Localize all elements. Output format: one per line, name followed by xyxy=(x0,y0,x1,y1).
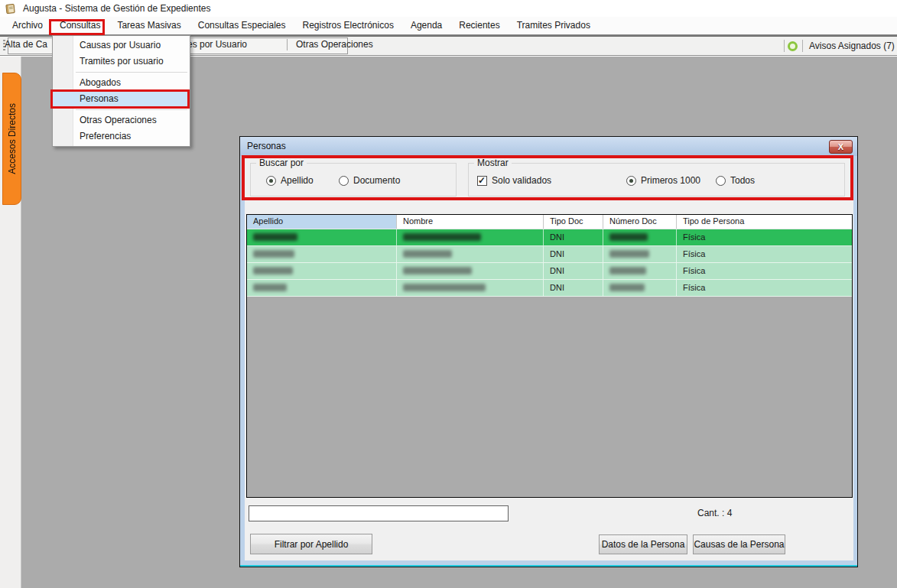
window-titlebar[interactable]: Augusta - Sistema de Gestión de Expedien… xyxy=(0,0,897,17)
datos-de-la-persona-button[interactable]: Datos de la Persona xyxy=(599,534,687,554)
filtrar-por-apellido-button[interactable]: Filtrar por Apellido xyxy=(250,534,372,554)
mostrar-title: Mostrar xyxy=(474,158,512,168)
column-header-numero-doc[interactable]: Número Doc xyxy=(603,215,677,229)
checkbox-icon xyxy=(477,176,487,186)
redacted-apellido xyxy=(253,250,294,258)
filter-apellido-input[interactable] xyxy=(249,505,509,521)
menu-item-preferencias[interactable]: Preferencias xyxy=(53,128,190,145)
menu-item-otras-operaciones[interactable]: Otras Operaciones xyxy=(53,112,190,128)
toolbar-separator xyxy=(784,40,785,52)
redacted-nombre xyxy=(403,233,481,241)
redacted-numero-doc xyxy=(609,267,646,275)
table-row[interactable]: DNI Física xyxy=(247,246,852,263)
radio-documento-label: Documento xyxy=(353,175,400,186)
cell-tipo-doc: DNI xyxy=(544,246,603,262)
toolbar-separator xyxy=(802,40,803,52)
redacted-nombre xyxy=(403,267,472,275)
menu-consultas-especiales[interactable]: Consultas Especiales xyxy=(190,18,294,34)
menu-tareas-masivas[interactable]: Tareas Masivas xyxy=(109,18,189,34)
radio-documento[interactable]: Documento xyxy=(339,175,400,186)
radio-primeros-1000-label: Primeros 1000 xyxy=(641,175,700,186)
menu-consultas[interactable]: Consultas xyxy=(51,18,109,34)
radio-todos[interactable]: Todos xyxy=(716,175,755,186)
cell-tipo-doc: DNI xyxy=(544,280,603,296)
toolbar-button-otras-operaciones[interactable]: Otras Operaciones xyxy=(296,38,373,51)
toolbar-button-alta-de-causas[interactable]: Alta de Ca xyxy=(5,38,47,51)
redacted-apellido xyxy=(253,267,293,275)
redacted-numero-doc xyxy=(609,233,648,241)
cell-tipo-persona: Física xyxy=(677,280,852,296)
cell-tipo-doc: DNI xyxy=(544,229,603,245)
cell-tipo-doc: DNI xyxy=(544,263,603,279)
redacted-apellido xyxy=(253,284,287,291)
toolbar-separator xyxy=(287,39,288,50)
radio-button-icon xyxy=(716,176,726,186)
checkbox-solo-validados-label: Solo validados xyxy=(492,175,551,186)
buscar-por-groupbox: Buscar por Apellido Documento xyxy=(250,163,457,197)
menu-separator xyxy=(76,72,187,73)
menu-registros-electronicos[interactable]: Registros Electrónicos xyxy=(294,18,402,34)
checkbox-solo-validados[interactable]: Solo validados xyxy=(477,175,551,186)
personas-table: Apellido Nombre Tipo Doc Número Doc Tipo… xyxy=(246,214,853,498)
redacted-nombre xyxy=(403,284,486,291)
consultas-dropdown-menu: Causas por Usuario Tramites por usuario … xyxy=(52,35,190,147)
menu-archivo[interactable]: Archivo xyxy=(4,18,51,34)
radio-button-icon xyxy=(339,176,349,186)
column-header-tipo-doc[interactable]: Tipo Doc xyxy=(544,215,603,229)
menu-bar: Archivo Consultas Tareas Masivas Consult… xyxy=(0,17,897,34)
radio-primeros-1000[interactable]: Primeros 1000 xyxy=(626,175,700,186)
dialog-titlebar[interactable]: Personas X xyxy=(240,137,857,156)
count-label: Cant. : 4 xyxy=(697,508,732,518)
close-icon[interactable]: X xyxy=(829,140,853,154)
mostrar-groupbox: Mostrar Solo validados Primeros 1000 Tod… xyxy=(468,163,845,197)
accesos-directos-tab[interactable]: Accesos Directos xyxy=(2,73,21,205)
radio-todos-label: Todos xyxy=(730,175,755,186)
column-header-tipo-de-persona[interactable]: Tipo de Persona xyxy=(677,215,852,229)
redacted-nombre xyxy=(403,250,452,258)
dialog-title: Personas xyxy=(247,137,286,156)
table-row[interactable]: DNI Física xyxy=(247,280,852,297)
menu-item-personas[interactable]: Personas xyxy=(53,91,190,107)
buscar-por-title: Buscar por xyxy=(256,158,307,168)
avisos-asignados-label[interactable]: Avisos Asignados (7) xyxy=(809,40,895,53)
dialog-content: Buscar por Apellido Documento Mostrar So… xyxy=(245,156,853,560)
radio-apellido-label: Apellido xyxy=(281,175,314,186)
menu-tramites-privados[interactable]: Tramites Privados xyxy=(509,18,599,34)
menu-item-tramites-por-usuario[interactable]: Tramites por usuario xyxy=(53,54,190,70)
causas-de-la-persona-button[interactable]: Causas de la Persona xyxy=(693,534,785,554)
personas-dialog: Personas X Buscar por Apellido Documento… xyxy=(239,136,858,567)
window-title: Augusta - Sistema de Gestión de Expedien… xyxy=(23,3,210,14)
radio-button-icon xyxy=(266,176,276,186)
table-row[interactable]: DNI Física xyxy=(247,229,852,246)
cell-tipo-persona: Física xyxy=(677,263,852,279)
table-row[interactable]: DNI Física xyxy=(247,263,852,280)
accesos-directos-label: Accesos Directos xyxy=(7,103,18,174)
menu-agenda[interactable]: Agenda xyxy=(402,18,450,34)
status-circle-icon[interactable] xyxy=(788,41,798,51)
redacted-numero-doc xyxy=(609,250,649,258)
redacted-apellido xyxy=(253,233,297,241)
menu-recientes[interactable]: Recientes xyxy=(450,18,508,34)
radio-apellido[interactable]: Apellido xyxy=(266,175,314,186)
app-icon xyxy=(5,3,17,15)
menu-item-abogados[interactable]: Abogados xyxy=(53,75,190,91)
cell-tipo-persona: Física xyxy=(677,229,852,245)
radio-button-icon xyxy=(626,176,636,186)
menu-separator xyxy=(76,109,187,110)
column-header-nombre[interactable]: Nombre xyxy=(397,215,544,229)
table-header-row: Apellido Nombre Tipo Doc Número Doc Tipo… xyxy=(247,215,852,229)
dialog-bottom-accent xyxy=(240,565,857,567)
toolbar-button-tramites-por-usuario[interactable]: ites por Usuario xyxy=(183,38,247,51)
cell-tipo-persona: Física xyxy=(677,246,852,262)
redacted-numero-doc xyxy=(609,284,645,291)
column-header-apellido[interactable]: Apellido xyxy=(247,215,397,229)
menu-item-causas-por-usuario[interactable]: Causas por Usuario xyxy=(53,37,190,54)
